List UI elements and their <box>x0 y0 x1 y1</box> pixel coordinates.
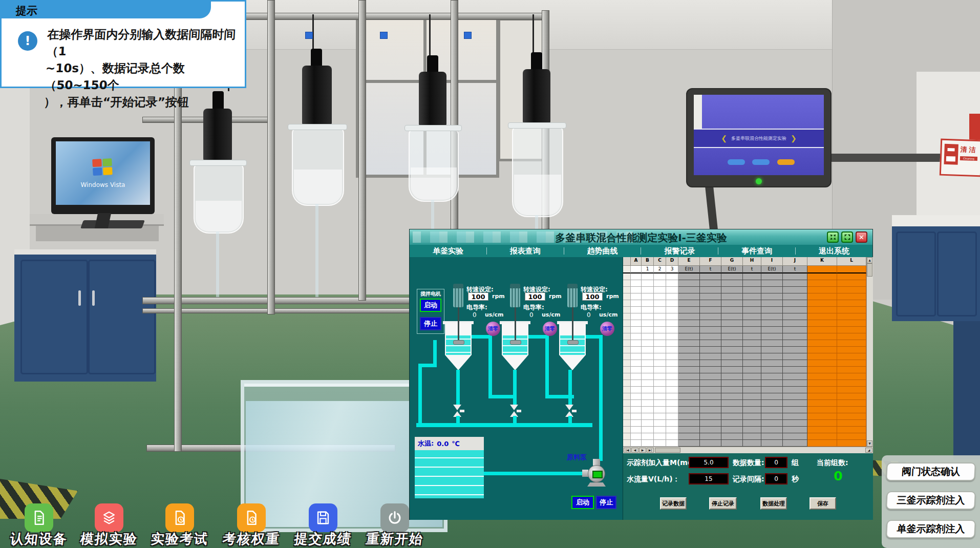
taskbar-item-2[interactable]: 模拟实验 <box>68 499 150 548</box>
grid-cell <box>743 347 761 353</box>
grid-cell <box>642 347 654 353</box>
interval-unit: 秒 <box>792 475 799 484</box>
grid-cell <box>700 360 721 367</box>
conductivity-label: 电导率: <box>581 303 602 312</box>
maximize-button[interactable] <box>841 231 853 243</box>
menu-item-4[interactable]: 报警记录 <box>641 246 718 256</box>
speed-input[interactable]: 100 <box>582 292 603 301</box>
keyboard <box>80 220 145 228</box>
pump-stop-button[interactable]: 停止 <box>596 496 616 509</box>
left-cabinet <box>14 249 156 382</box>
grid-cell <box>666 307 678 313</box>
speed-input[interactable]: 100 <box>468 292 488 301</box>
grid-cell <box>666 280 678 287</box>
taskbar-item-4[interactable]: 考核权重 <box>210 499 292 548</box>
right-counter <box>892 215 980 227</box>
record-data-button[interactable]: 记录数据 <box>660 497 687 510</box>
single-kettle-tracer-button[interactable]: 单釜示踪剂注入 <box>886 520 976 538</box>
feed-pump-icon <box>586 461 607 486</box>
grid-cell <box>807 287 837 293</box>
grid-row <box>623 373 873 380</box>
grid-cell <box>623 353 631 360</box>
taskbar-item-label: 实验考试 <box>138 530 222 548</box>
conductivity-unit: us/cm <box>542 311 560 318</box>
three-kettle-tracer-button[interactable]: 三釜示踪剂注入 <box>886 491 976 510</box>
menu-item-1[interactable]: 单釜实验 <box>410 246 486 256</box>
grid-cell <box>631 393 642 400</box>
count-field[interactable]: 0 <box>765 457 787 468</box>
grid-cell <box>678 320 700 327</box>
cleaning-sign: 清洁 Cleaning <box>940 139 980 177</box>
tracer-field[interactable]: 5.0 <box>689 457 729 468</box>
grid-cell <box>721 307 743 313</box>
grid-cell <box>654 327 666 333</box>
stop-record-button[interactable]: 停止记录 <box>709 497 737 510</box>
grid-cell <box>807 327 837 333</box>
clear-button[interactable]: 清零 <box>486 322 500 336</box>
tip-tab-label: 提示 <box>15 4 38 18</box>
bottom-pipe <box>416 423 592 427</box>
close-button[interactable]: ✕ <box>856 231 867 243</box>
taskbar-item-3[interactable]: 实验考试 <box>139 499 221 548</box>
grid-cell <box>700 347 721 353</box>
speed-input[interactable]: 100 <box>525 292 545 301</box>
drain-valve[interactable] <box>508 405 520 417</box>
grid-cell <box>721 367 743 373</box>
process-data-button[interactable]: 数据处理 <box>760 497 787 510</box>
grid-cell <box>678 420 700 427</box>
grid-cell <box>654 413 666 420</box>
grid-cell <box>678 287 700 293</box>
grid-header-row: ABCDEFGHIJKL <box>623 257 873 266</box>
grid-cell <box>743 393 761 400</box>
grid-cell <box>642 393 654 400</box>
menu-item-3[interactable]: 趋势曲线 <box>564 246 641 256</box>
mixer-start-button[interactable]: 启动 <box>420 299 441 312</box>
valve-status-confirm-button[interactable]: 阀门状态确认 <box>886 462 976 481</box>
grid-cell <box>654 300 666 307</box>
flow-field[interactable]: 15 <box>689 473 729 484</box>
grid-cell <box>642 373 654 380</box>
grid-cell <box>654 353 666 360</box>
water-tank-liquid <box>415 450 484 498</box>
mixer-stop-button[interactable]: 停止 <box>420 317 441 330</box>
grid-cell <box>623 266 631 273</box>
drain-valve[interactable] <box>452 405 463 417</box>
grid-cell <box>783 407 807 413</box>
grid-cell <box>623 367 631 373</box>
grid-cell <box>807 407 837 413</box>
horizontal-scrollbar[interactable]: |◀ ◀ ▶ ▶| ◢ <box>623 447 873 453</box>
grid-cell <box>678 340 700 347</box>
menu-item-2[interactable]: 报表查询 <box>487 246 564 256</box>
side-action-panel: 阀门状态确认三釜示踪剂注入单釜示踪剂注入 <box>882 455 980 548</box>
grid-cell <box>743 440 761 447</box>
grid-cell <box>631 427 642 433</box>
grid-cell <box>761 387 783 393</box>
clear-button[interactable]: 清零 <box>600 322 614 336</box>
clear-button[interactable]: 清零 <box>543 322 557 336</box>
grid-cell <box>623 373 631 380</box>
save-button[interactable]: 保存 <box>809 497 836 510</box>
grid-cell <box>631 420 642 427</box>
pump-start-button[interactable]: 启动 <box>571 496 594 509</box>
drain-valve[interactable] <box>564 405 575 417</box>
frame-connector <box>305 32 313 39</box>
valve-tick <box>572 410 577 412</box>
vertical-scrollbar[interactable]: ▲ ▼ <box>866 257 873 447</box>
grid-cell <box>623 333 631 340</box>
taskbar-item-6[interactable]: 重新开始 <box>354 499 436 548</box>
taskbar-item-5[interactable]: 提交成绩 <box>282 499 364 548</box>
kiosk-banner: 多釜串联混合性能测定实验 <box>731 135 786 142</box>
grid-cell: t <box>743 266 761 273</box>
taskbar-item-label: 重新开始 <box>353 530 437 548</box>
menu-item-6[interactable]: 退出系统 <box>796 246 872 256</box>
grid-cell <box>837 433 866 440</box>
restore-button[interactable] <box>827 231 839 243</box>
grid-cell <box>721 327 743 333</box>
grid-cell <box>631 373 642 380</box>
grid-cell <box>678 273 700 280</box>
reactor-motor <box>203 109 232 163</box>
grid-cell <box>623 300 631 307</box>
power-icon <box>380 503 409 532</box>
interval-field[interactable]: 0 <box>765 473 787 484</box>
menu-item-5[interactable]: 事件查询 <box>718 246 795 256</box>
